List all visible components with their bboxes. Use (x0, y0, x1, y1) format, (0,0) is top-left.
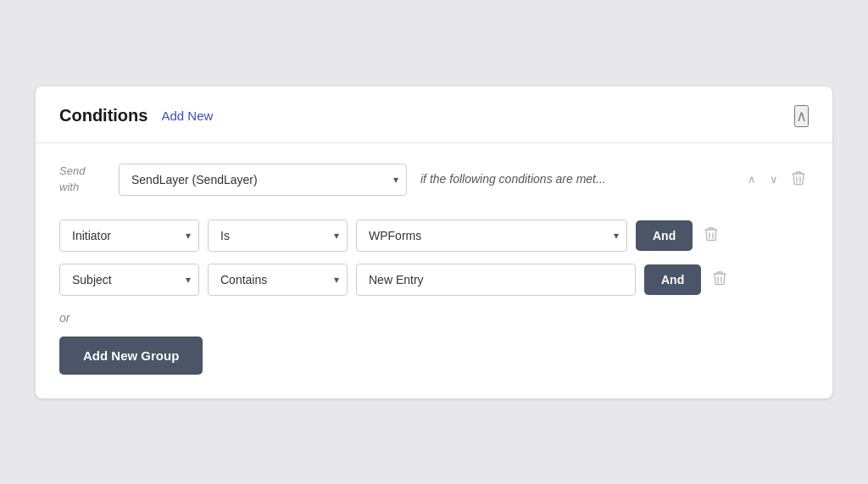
delete-condition-1-button[interactable] (701, 225, 721, 247)
send-with-actions: ∧ ∨ (744, 169, 809, 191)
field-select-2[interactable]: Initiator Subject Body (59, 264, 199, 296)
value-input-2[interactable] (356, 264, 636, 296)
condition-row-2: Initiator Subject Body ▾ Is Is Not Conta… (59, 264, 809, 296)
send-with-select-wrapper: SendLayer (SendLayer) Default (WP Mail) … (119, 164, 407, 196)
send-with-row: Sendwith SendLayer (SendLayer) Default (… (59, 164, 809, 196)
delete-send-with-button[interactable] (788, 169, 809, 191)
header-left: Conditions Add New (59, 106, 213, 125)
value-select-wrapper-1: WPForms Core Plugin ▾ (356, 220, 627, 252)
page-title: Conditions (59, 106, 147, 125)
card-body: Sendwith SendLayer (SendLayer) Default (… (36, 143, 832, 398)
field-select-wrapper-2: Initiator Subject Body ▾ (59, 264, 199, 296)
and-button-1[interactable]: And (636, 220, 693, 251)
trash-icon (792, 170, 805, 186)
trash-icon (713, 270, 726, 286)
collapse-button[interactable]: ∧ (794, 105, 809, 127)
operator-select-wrapper-2: Is Is Not Contains Does Not Contain ▾ (208, 264, 348, 296)
or-label: or (59, 311, 809, 325)
field-select-wrapper-1: Initiator Subject Body ▾ (59, 220, 199, 252)
add-new-group-button[interactable]: Add New Group (59, 337, 203, 375)
value-select-1[interactable]: WPForms Core Plugin (356, 220, 627, 252)
if-text: if the following conditions are met... (420, 171, 731, 188)
conditions-card: Conditions Add New ∧ Sendwith SendLayer … (36, 86, 832, 398)
send-with-select[interactable]: SendLayer (SendLayer) Default (WP Mail) (119, 164, 407, 196)
operator-select-2[interactable]: Is Is Not Contains Does Not Contain (208, 264, 348, 296)
move-down-button[interactable]: ∨ (766, 171, 782, 187)
operator-select-1[interactable]: Is Is Not Contains Does Not Contain (208, 220, 348, 252)
condition-row-1: Initiator Subject Body ▾ Is Is Not Conta… (59, 220, 809, 252)
operator-select-wrapper-1: Is Is Not Contains Does Not Contain ▾ (208, 220, 348, 252)
conditions-section: Initiator Subject Body ▾ Is Is Not Conta… (59, 220, 809, 296)
trash-icon (704, 226, 718, 242)
and-button-2[interactable]: And (644, 264, 701, 295)
card-header: Conditions Add New ∧ (36, 86, 832, 143)
delete-condition-2-button[interactable] (709, 269, 730, 291)
send-with-label: Sendwith (59, 164, 105, 194)
add-new-link[interactable]: Add New (161, 108, 213, 123)
move-up-button[interactable]: ∧ (744, 171, 760, 187)
field-select-1[interactable]: Initiator Subject Body (59, 220, 199, 252)
